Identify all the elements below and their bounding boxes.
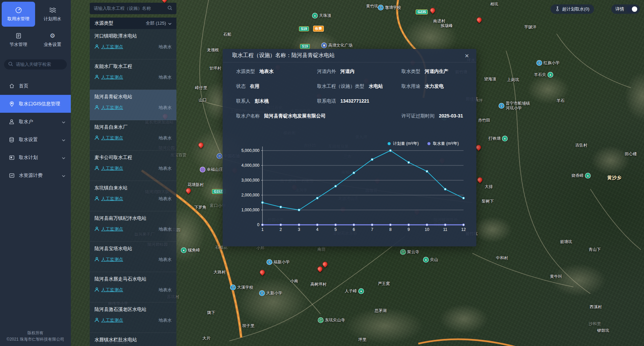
map-label-text: 墩塘学校 — [385, 5, 401, 10]
sidebar-item-3[interactable]: 取水户 — [0, 113, 71, 131]
station-list-item[interactable]: 东坑镇自来水站 人工监测点 地表水 — [90, 181, 176, 211]
home-icon — [9, 83, 15, 88]
map-label-text: 羊石 — [557, 99, 565, 103]
monitor-link[interactable]: 人工监测点 — [94, 226, 123, 232]
station-search-placeholder: 请输入取水工程（设施）名称 — [94, 5, 167, 11]
monitor-link[interactable]: 人工监测点 — [94, 196, 123, 202]
person-icon — [94, 257, 99, 263]
station-search-input[interactable]: 请输入取水工程（设施）名称 — [90, 3, 176, 14]
svg-text:1,000,000: 1,000,000 — [242, 208, 260, 212]
map-label-text: 甘坪村 — [209, 66, 221, 71]
station-list-item[interactable]: 友能水厂取水工程 人工监测点 地表水 — [90, 59, 176, 90]
map-label-text: 大排 — [485, 185, 493, 189]
sidebar-item-1[interactable]: 首页 — [0, 77, 71, 95]
map-label-text: 高塘文化广场 — [328, 43, 353, 48]
monitor-link[interactable]: 人工监测点 — [94, 257, 123, 263]
monitor-link[interactable]: 人工监测点 — [94, 165, 123, 171]
app-tile-4[interactable]: ⚙业务设置 — [36, 27, 69, 52]
map-label: 羊石 — [557, 99, 565, 103]
map-label: 上岗坑 — [507, 78, 519, 82]
modal-title: 取水工程（设施）名称：陆河县青碇水电站 — [232, 52, 335, 59]
station-list-item[interactable]: 麦卡公司取水工程 人工监测点 地表水 — [90, 151, 176, 181]
field-value: 水力发电 — [425, 83, 444, 89]
field-label: 状态 — [236, 83, 246, 89]
search-icon — [167, 5, 172, 11]
map-label: 文墩塘学校 — [378, 5, 401, 10]
map-label: 青山下 — [589, 247, 601, 252]
map-label-text: 陇下 — [207, 311, 215, 315]
map-label: ▣高塘文化广场 — [321, 43, 353, 48]
map-label: 梨树下 — [482, 199, 494, 204]
map-label: ▲人子嶂 — [345, 288, 364, 294]
map-label: 高树坪村 — [310, 282, 327, 287]
station-name: 水唇镇水栏肚水电站 — [94, 337, 172, 343]
map-label-text: 赤竹田 — [478, 118, 490, 123]
field-label: 水源类型 — [236, 69, 255, 75]
modal-fields: 水源类型地表水河道内外河道内取水类型河道内生产状态在用取水工程（设施）类型水电站… — [223, 62, 476, 119]
map-label-text: 上岗坑 — [507, 78, 519, 82]
station-name: 陆河县南万镇杞洋水电站 — [94, 215, 172, 221]
station-list-item[interactable]: 陆河县激石溪老区水电站 人工监测点 地表水 — [90, 302, 176, 333]
fee-icon — [9, 173, 15, 178]
station-list-item[interactable]: 水唇镇水栏肚水电站 人工监测点 地表水 — [90, 333, 176, 346]
monitor-link[interactable]: 人工监测点 — [94, 287, 123, 293]
detail-label: 详情 — [615, 6, 624, 12]
copyright-footer: 版权所有 ©2021 珠海市仁智科技有限公司 — [0, 330, 71, 343]
person-icon — [94, 105, 99, 111]
sidebar-item-5[interactable]: 取水计划 — [0, 149, 71, 166]
close-icon[interactable]: × — [465, 52, 469, 59]
station-list-item[interactable]: 陆河县南万镇杞洋水电站 人工监测点 地表水 — [90, 211, 176, 242]
monitor-link[interactable]: 人工监测点 — [94, 105, 123, 111]
station-list-item[interactable]: 陆河县自来水厂 人工监测点 地表水 — [90, 120, 176, 151]
map-label: 思茅湖 — [374, 309, 387, 313]
map-label: 赤竹田 — [478, 118, 490, 123]
map-label-text: 烧香嶂 — [571, 174, 584, 178]
monitor-link[interactable]: 人工监测点 — [94, 74, 123, 80]
sidebar-item-6[interactable]: 水资源计费 — [0, 166, 71, 184]
field-value: 在用 — [250, 83, 259, 89]
search-icon — [8, 61, 13, 68]
map-label-text: 普宁市船埔镇 河坑小学 — [506, 101, 530, 111]
map-label-text: 小南 — [290, 279, 298, 284]
app-tile-3[interactable]: 节水管理 — [2, 27, 35, 52]
detail-toggle-control: 详情 — [611, 4, 640, 14]
station-meta-row: 人工监测点 地表水 — [94, 317, 172, 323]
person-icon — [94, 287, 99, 293]
station-meta-row: 人工监测点 地表水 — [94, 287, 172, 293]
monitor-link[interactable]: 人工监测点 — [94, 44, 123, 50]
sidebar-search-input[interactable]: 请输入关键字检索 — [4, 59, 67, 70]
map-label-text: 梨树下 — [482, 199, 494, 204]
station-list-item[interactable]: 陆河县宝塔水电站 人工监测点 地表水 — [90, 242, 176, 272]
map-label-text: 严王窝 — [378, 282, 390, 286]
station-name: 河口镇唱歌潭水电站 — [94, 33, 172, 39]
station-list-item[interactable]: 陆河县青碇水电站 人工监测点 地表水 — [90, 90, 176, 120]
sidebar-item-4[interactable]: 取水设置 — [0, 131, 71, 149]
station-meta-row: 人工监测点 地表水 — [94, 257, 172, 263]
station-list-item[interactable]: 陆河县水唇走马石水电站 人工监测点 地表水 — [90, 272, 176, 302]
app-tile-label: 计划用水 — [44, 16, 61, 22]
station-name: 陆河县宝塔水电站 — [94, 246, 172, 252]
station-list-item[interactable]: 河口镇唱歌潭水电站 人工监测点 地表水 — [90, 29, 176, 59]
field-取水工程（设施）类型: 取水工程（设施）类型水电站 — [317, 83, 401, 89]
field-label: 取水工程（设施）类型 — [317, 83, 364, 89]
sidebar-item-2[interactable]: 取水口GIS信息管理 — [0, 95, 71, 113]
filter-dropdown[interactable]: 全部 (125) — [146, 20, 172, 26]
filter-value: 全部 (125) — [146, 20, 166, 26]
field-label: 河道内外 — [317, 69, 336, 75]
temple-poi-icon: 卍 — [400, 249, 406, 255]
person-icon — [94, 196, 99, 202]
station-name: 友能水厂取水工程 — [94, 63, 172, 70]
chevron-down-icon — [168, 21, 172, 26]
monitor-link[interactable]: 人工监测点 — [94, 135, 123, 141]
monitor-link[interactable]: 人工监测点 — [94, 317, 123, 323]
map-label-text: 尖山 — [430, 258, 438, 262]
over-plan-intake-button[interactable]: 超计划取水(0) — [551, 4, 594, 14]
app-tile-1[interactable]: 取用水管理 — [2, 2, 35, 27]
detail-toggle-switch[interactable] — [626, 6, 638, 12]
svg-text:6: 6 — [353, 227, 355, 232]
app-tile-2[interactable]: 计划用水 — [36, 2, 69, 27]
map-label-text: 人子嶂 — [345, 289, 357, 294]
map-label: 箭塘坑 — [560, 240, 572, 244]
map-label-text: 东坑尖山寺 — [325, 318, 345, 323]
map-label: 吉告村 — [575, 143, 587, 148]
